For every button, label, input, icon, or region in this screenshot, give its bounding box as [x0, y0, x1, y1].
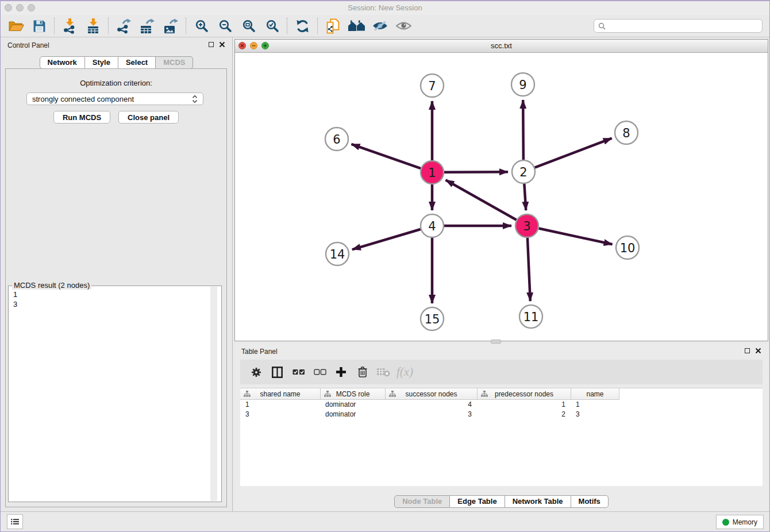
- node-label-7: 7: [428, 79, 436, 93]
- import-network-icon[interactable]: [58, 16, 82, 36]
- copy-document-icon[interactable]: [321, 16, 345, 36]
- column-header-MCDS-role[interactable]: MCDS role: [320, 388, 385, 399]
- export-image-icon[interactable]: [159, 16, 183, 36]
- result-scrollbar[interactable]: [210, 287, 217, 501]
- table-cell[interactable]: 1: [240, 400, 320, 410]
- uncheck-all-icon[interactable]: [309, 362, 330, 383]
- node-label-6: 6: [333, 133, 340, 147]
- table-cell[interactable]: 3: [571, 410, 619, 419]
- columns-icon[interactable]: [267, 362, 288, 383]
- table-cell[interactable]: dominator: [320, 410, 385, 419]
- hierarchy-icon: [324, 391, 331, 399]
- edge-1-6[interactable]: [351, 144, 421, 168]
- edge-2-8[interactable]: [535, 138, 612, 168]
- table-cell[interactable]: 1: [571, 400, 619, 410]
- zoom-out-icon[interactable]: [213, 16, 237, 36]
- tab-network-table[interactable]: Network Table: [505, 495, 571, 508]
- table-body: 1dominator4113dominator323: [240, 400, 763, 419]
- tab-select[interactable]: Select: [118, 56, 156, 69]
- edge-2-9[interactable]: [523, 100, 523, 160]
- toolbar-separator: [317, 18, 318, 34]
- control-panel: Control Panel Network Style Select MCDS …: [1, 37, 233, 512]
- table-cell[interactable]: 3: [385, 410, 477, 419]
- search-icon: [598, 22, 606, 30]
- run-mcds-button[interactable]: Run MCDS: [53, 111, 110, 124]
- tab-mcds[interactable]: MCDS: [156, 56, 193, 69]
- table-cell[interactable]: 2: [477, 410, 571, 419]
- close-panel-button[interactable]: Close panel: [118, 111, 179, 124]
- table-cell[interactable]: dominator: [320, 400, 385, 410]
- table-cell[interactable]: 4: [385, 400, 477, 410]
- edge-3-1[interactable]: [446, 180, 517, 219]
- zoom-selected-icon[interactable]: [260, 16, 284, 36]
- edge-2-3[interactable]: [524, 184, 526, 210]
- node-label-3: 3: [523, 219, 530, 233]
- eye-icon[interactable]: [392, 16, 415, 36]
- plus-icon[interactable]: [330, 362, 352, 383]
- table-tabs: Node Table Edge Table Network Table Moti…: [234, 495, 768, 508]
- edge-3-10[interactable]: [539, 228, 613, 244]
- maximize-network-icon[interactable]: [261, 42, 269, 49]
- tab-style[interactable]: Style: [85, 56, 118, 69]
- trash-icon[interactable]: [352, 362, 373, 383]
- table-header-row: shared nameMCDS rolesuccessor nodesprede…: [240, 388, 619, 400]
- houses-icon[interactable]: [345, 16, 368, 36]
- network-title: scc.txt: [235, 40, 768, 52]
- tab-edge-table[interactable]: Edge Table: [450, 495, 505, 508]
- minimize-network-icon[interactable]: [250, 42, 257, 49]
- float-table-panel-icon[interactable]: [745, 348, 750, 353]
- network-canvas[interactable]: 7968124314101511: [235, 52, 768, 341]
- close-table-panel-icon[interactable]: [755, 348, 761, 354]
- function-icon[interactable]: f(x): [394, 362, 415, 383]
- node-table: shared nameMCDS rolesuccessor nodesprede…: [240, 388, 763, 486]
- app-window: Session: New Session Control Panel: [0, 0, 770, 532]
- delete-table-icon[interactable]: [373, 362, 394, 383]
- table-cell[interactable]: 1: [477, 400, 571, 410]
- zoom-in-icon[interactable]: [190, 16, 213, 36]
- gear-icon[interactable]: [245, 362, 267, 383]
- tab-network[interactable]: Network: [40, 56, 85, 69]
- splitter-handle[interactable]: [491, 340, 501, 344]
- task-history-icon[interactable]: [7, 514, 23, 529]
- edge-1-2[interactable]: [444, 172, 508, 172]
- table-row[interactable]: 1dominator411: [240, 400, 763, 410]
- zoom-fit-icon[interactable]: [237, 16, 260, 36]
- optimization-criterion-select[interactable]: strongly connected component: [26, 92, 203, 105]
- eye-crossed-icon[interactable]: [368, 16, 392, 36]
- close-panel-icon[interactable]: [219, 41, 225, 48]
- memory-button[interactable]: Memory: [716, 515, 764, 529]
- column-header-name[interactable]: name: [571, 388, 619, 399]
- save-floppy-icon[interactable]: [28, 16, 51, 36]
- selected-option: strongly connected component: [32, 95, 134, 103]
- export-table-icon[interactable]: [136, 16, 159, 36]
- node-label-15: 15: [425, 313, 440, 326]
- hierarchy-icon: [244, 391, 251, 399]
- column-header-successor-nodes[interactable]: successor nodes: [385, 388, 477, 399]
- mcds-result-box: MCDS result (2 nodes) 13: [8, 286, 222, 502]
- search-input[interactable]: [606, 21, 758, 30]
- export-network-icon[interactable]: [112, 16, 136, 36]
- window-titlebar: Session: New Session: [1, 1, 769, 15]
- mcds-panel-body: Optimization criterion: strongly connect…: [5, 68, 227, 507]
- network-view-window: scc.txt 7968124314101511: [234, 39, 768, 341]
- tab-node-table[interactable]: Node Table: [394, 495, 450, 508]
- column-header-predecessor-nodes[interactable]: predecessor nodes: [477, 388, 571, 399]
- open-folder-icon[interactable]: [4, 16, 28, 36]
- toolbar-separator: [108, 18, 109, 34]
- check-all-icon[interactable]: [288, 362, 309, 383]
- float-panel-icon[interactable]: [209, 42, 214, 47]
- table-row[interactable]: 3dominator323: [240, 410, 763, 419]
- import-table-icon[interactable]: [82, 16, 105, 36]
- tab-motifs[interactable]: Motifs: [571, 495, 609, 508]
- refresh-icon[interactable]: [291, 16, 314, 36]
- column-header-shared-name[interactable]: shared name: [240, 388, 320, 399]
- edge-4-14[interactable]: [352, 229, 421, 249]
- control-panel-header: Control Panel: [1, 37, 232, 52]
- close-network-icon[interactable]: [238, 42, 246, 49]
- mcds-result-legend: MCDS result (2 nodes): [12, 281, 91, 290]
- node-label-1: 1: [428, 166, 436, 180]
- table-panel: Table Panel f(x) shared nameMCDS rolesuc…: [234, 344, 768, 511]
- node-label-11: 11: [523, 310, 539, 324]
- table-cell[interactable]: 3: [240, 410, 320, 419]
- edge-3-11[interactable]: [528, 238, 530, 301]
